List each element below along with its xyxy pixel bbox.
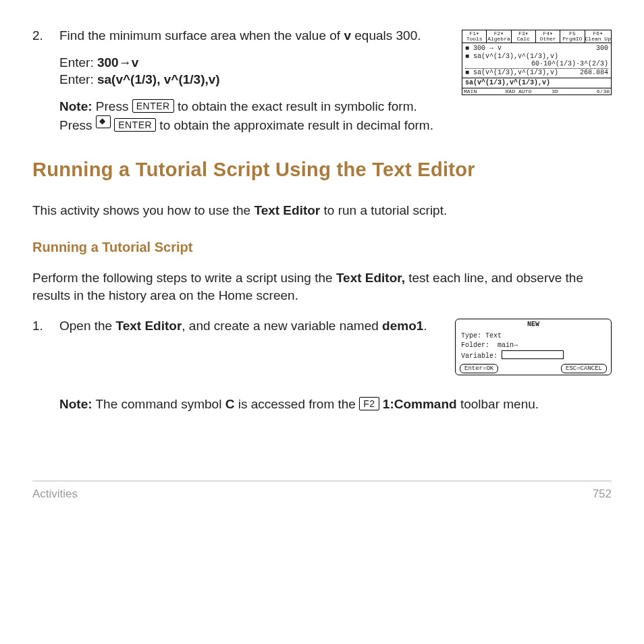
calc-menubar: F1▾ Tools F2▾ Algebra F3▾ Calc F4▾ Other… [462,30,611,43]
menu-f1: F1▾ Tools [462,30,487,43]
page-footer: Activities 752 [32,481,612,502]
new-text-dialog: NEW Type: Text Folder: main→ Variable: E… [455,319,612,375]
instructions-paragraph: Perform the following steps to write a s… [32,269,612,304]
step-2-enter-2: Enter: sa(v^(1/3), v^(1/3),v) [59,71,448,88]
step-1-text: 1. Open the Text Editor, and create a ne… [32,317,455,335]
dialog-title: NEW [456,319,611,330]
step-1-note: Note: The command symbol C is accessed f… [59,396,612,413]
sub-heading: Running a Tutorial Script [32,238,612,257]
footer-page: 752 [593,487,612,502]
step-1-number: 1. [32,317,59,335]
enter-key: ENTER [132,99,174,113]
calculator-screen: F1▾ Tools F2▾ Algebra F3▾ Calc F4▾ Other… [462,30,612,95]
dialog-body: Type: Text Folder: main→ Variable: [456,330,611,364]
diamond-key [96,115,111,128]
step-2-number: 2. [32,27,59,45]
menu-f4: F4▾ Other [536,30,560,43]
step-2-note: Note: Press ENTER to obtain the exact re… [59,98,448,134]
step-1-body: Open the Text Editor, and create a new v… [59,317,427,335]
calc-entry: sa(v^(1/3),v^(1/3),v) [462,78,611,88]
f2-key: F2 [359,397,379,410]
menu-f6: F6▾ Clean Up [585,30,611,43]
enter-key: ENTER [114,118,156,132]
step-2-body: Find the minimum surface area when the v… [59,27,421,45]
menu-f3: F3▾ Calc [512,30,536,43]
intro-paragraph: This activity shows you how to use the T… [32,202,612,219]
variable-input[interactable] [502,350,564,359]
dialog-cancel[interactable]: ESC=CANCEL [561,364,607,373]
section-heading: Running a Tutorial Script Using the Text… [32,157,612,183]
step-2-text: 2. Find the minimum surface area when th… [32,27,462,134]
dialog-ok[interactable]: Enter=OK [460,364,498,373]
footer-left: Activities [32,487,78,502]
step-2-enter-1: Enter: 300→v [59,54,448,72]
menu-f5: F5 PrgmIO [560,30,585,43]
step-1: 1. Open the Text Editor, and create a ne… [32,317,612,375]
calc-history: ■ 300 → v300 ■ sa(v^(1/3),v^(1/3),v) 60·… [462,43,611,78]
step-2: 2. Find the minimum surface area when th… [32,27,612,134]
calc-status: MAIN RAD AUTO 3D 6/30 [462,88,611,95]
menu-f2: F2▾ Algebra [487,30,511,43]
